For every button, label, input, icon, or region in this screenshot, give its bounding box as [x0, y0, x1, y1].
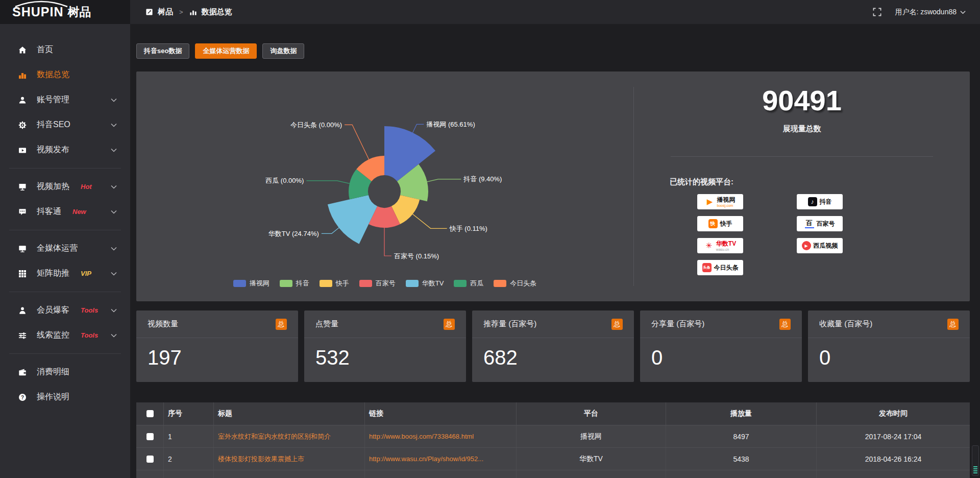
chart-icon: [189, 8, 198, 16]
sidebar-divider: [9, 292, 121, 292]
tab-1[interactable]: 全媒体运营数据: [195, 43, 257, 59]
toutiao-logo-icon: 头条: [702, 263, 712, 272]
sidebar-badge-vip: VIP: [81, 270, 91, 277]
table-row-0: 1室外水纹灯和室内水纹灯的区别和简介http://www.boosj.com/7…: [136, 425, 970, 447]
stat-card-value: 532: [304, 338, 466, 369]
cell-index: 2: [164, 448, 214, 470]
stat-card-1: 点赞量总532: [304, 310, 466, 382]
breadcrumb-current[interactable]: 数据总览: [202, 7, 232, 17]
stat-cards-row: 视频数量总197点赞量总532推荐量 (百家号)总682分享量 (百家号)总0收…: [136, 310, 970, 382]
wallet-icon: [18, 368, 27, 376]
fullscreen-icon[interactable]: [873, 8, 881, 16]
legend-item-5[interactable]: 西瓜: [454, 279, 483, 288]
legend-item-0[interactable]: 播视网: [233, 279, 270, 288]
platform-sub: boosj.com: [717, 204, 736, 207]
sidebar-item-12[interactable]: ?操作说明: [0, 385, 130, 410]
stat-card-3: 分享量 (百家号)总0: [640, 310, 802, 382]
tab-2[interactable]: 询盘数据: [262, 43, 304, 59]
platform-name: 今日头条: [714, 265, 739, 271]
column-header-4: 播放量: [666, 402, 817, 425]
total-impressions-value: 90491: [634, 84, 970, 117]
pie-label: 西瓜 (0.00%): [265, 177, 304, 184]
legend-label: 百家号: [376, 279, 396, 288]
platform-badge-baijiahao: 百百家号: [797, 216, 843, 231]
chat-icon: [18, 208, 27, 216]
stat-card-0: 视频数量总197: [136, 310, 298, 382]
select-all-checkbox[interactable]: [146, 410, 154, 417]
legend-label: 今日头条: [510, 279, 536, 288]
legend-swatch: [454, 280, 467, 287]
summary-section: 90491 展现量总数 已统计的视频平台: ▶播视网boosj.com♪抖音快快…: [634, 71, 970, 301]
sidebar-item-8[interactable]: 矩阵助推VIP: [0, 261, 130, 286]
sidebar-item-label: 会员爆客: [37, 305, 69, 316]
sidebar-item-11[interactable]: 消费明细: [0, 360, 130, 385]
legend-item-3[interactable]: 百家号: [359, 279, 396, 288]
cell-title-link[interactable]: 室外水纹灯和室内水纹灯的区别和简介: [214, 425, 365, 447]
legend-swatch: [320, 280, 332, 287]
sidebar-divider: [9, 353, 121, 354]
platform-badge-douyin: ♪抖音: [797, 194, 843, 209]
column-header-1: 标题: [214, 402, 365, 425]
sidebar-item-10[interactable]: 线索监控Tools: [0, 323, 130, 348]
cell-url-link[interactable]: http://www.boosj.com/7338468.html: [365, 425, 517, 447]
stat-card-title: 视频数量: [148, 319, 178, 329]
stat-card-title: 分享量 (百家号): [651, 319, 704, 329]
sidebar-item-2[interactable]: 账号管理: [0, 87, 130, 112]
sidebar-item-label: 线索监控: [37, 330, 69, 341]
platform-badge-kuaishou: 快快手: [697, 216, 743, 231]
sidebar-badge-tools: Tools: [81, 306, 98, 314]
sidebar-badge-hot: Hot: [81, 183, 92, 190]
sidebar-item-4[interactable]: 视频发布: [0, 137, 130, 162]
user-menu[interactable]: 用户名: zswodun88: [895, 8, 966, 17]
tab-0[interactable]: 抖音seo数据: [136, 43, 189, 59]
brand-logo[interactable]: SHUPIN 树品: [0, 0, 130, 24]
sidebar-item-9[interactable]: 会员爆客Tools: [0, 298, 130, 323]
sidebar: 首页数据总览账号管理抖音SEO视频发布视频加热Hot抖客通New全媒体运营矩阵助…: [0, 24, 130, 478]
legend-swatch: [280, 280, 292, 287]
legend-item-2[interactable]: 快手: [320, 279, 349, 288]
header-checkbox-cell: [136, 402, 164, 425]
cell-title-link[interactable]: 楼体投影灯投影效果震撼上市: [214, 448, 365, 470]
help-icon: ?: [18, 393, 27, 401]
cell-url-link[interactable]: http://www.wasu.cn/Play/show/id/952...: [365, 448, 517, 470]
topbar-right: 用户名: zswodun88: [873, 8, 980, 17]
user-icon: [18, 96, 27, 104]
sidebar-item-5[interactable]: 视频加热Hot: [0, 174, 130, 199]
chevron-down-icon: [111, 123, 117, 127]
legend-label: 西瓜: [470, 279, 483, 288]
stat-card-2: 推荐量 (百家号)总682: [472, 310, 634, 382]
sidebar-item-0[interactable]: 首页: [0, 37, 130, 62]
chevron-down-icon: [111, 308, 117, 313]
pie-label-line: [345, 125, 369, 159]
legend-swatch: [494, 280, 506, 287]
sidebar-divider: [9, 230, 121, 230]
legend-label: 播视网: [250, 279, 270, 288]
legend-label: 抖音: [296, 279, 309, 288]
legend-item-1[interactable]: 抖音: [280, 279, 309, 288]
sidebar-item-3[interactable]: 抖音SEO: [0, 112, 130, 137]
floating-widget[interactable]: [972, 445, 979, 476]
platform-badge-toutiao: 头条今日头条: [697, 260, 743, 275]
sidebar-item-1[interactable]: 数据总览: [0, 62, 130, 87]
legend-item-4[interactable]: 华数TV: [406, 279, 444, 288]
sidebar-item-6[interactable]: 抖客通New: [0, 199, 130, 224]
total-badge: 总: [611, 319, 623, 330]
row-checkbox[interactable]: [146, 456, 154, 463]
platform-badge-wasu: ✳华数TVwasu.cn: [697, 238, 743, 253]
platform-name: 百家号: [817, 221, 835, 227]
logo-arc-icon: [13, 1, 69, 8]
breadcrumb-home[interactable]: 树品: [158, 7, 173, 17]
pie-label-line: [413, 124, 424, 132]
stat-card-value: 0: [808, 338, 970, 369]
row-checkbox[interactable]: [146, 433, 154, 440]
legend-label: 华数TV: [422, 279, 444, 288]
platform-name: 西瓜视频: [814, 243, 838, 249]
pie-slice-4[interactable]: [328, 195, 377, 244]
pie-label-line: [427, 179, 461, 182]
table-row-partial: [136, 470, 970, 478]
legend-swatch: [359, 280, 372, 287]
stat-card-title: 收藏量 (百家号): [819, 319, 872, 329]
legend-item-6[interactable]: 今日头条: [494, 279, 536, 288]
chevron-down-icon: [111, 185, 117, 189]
sidebar-item-7[interactable]: 全媒体运营: [0, 236, 130, 261]
